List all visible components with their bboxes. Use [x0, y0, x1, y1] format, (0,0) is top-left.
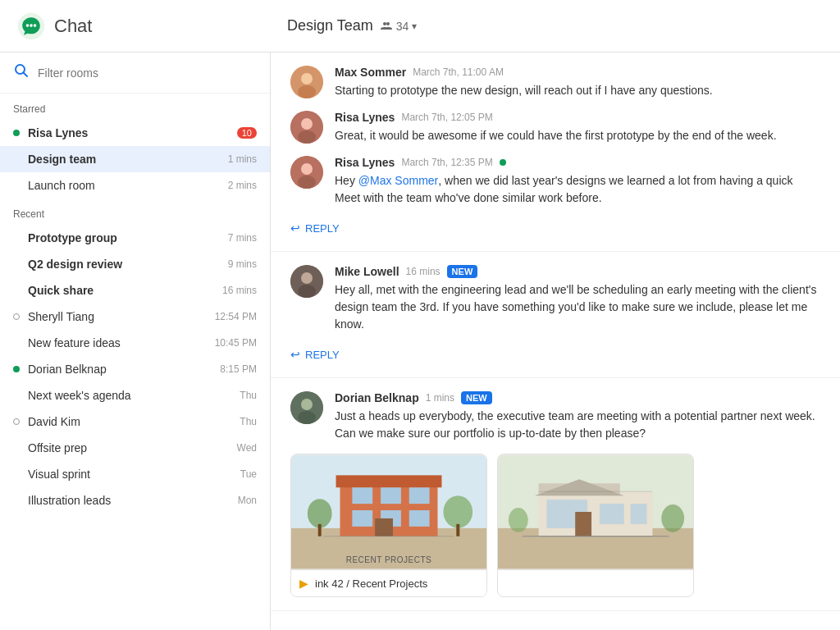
- svg-point-19: [301, 399, 313, 410]
- people-icon: [380, 20, 393, 33]
- dot-placeholder: [13, 235, 20, 241]
- message-author: Mike Lowell: [335, 265, 399, 278]
- svg-rect-28: [409, 487, 430, 504]
- app-header: Chat Design Team 34 ▾: [0, 0, 840, 52]
- sidebar-item-launch-room[interactable]: Launch room 2 mins: [0, 172, 270, 199]
- svg-point-20: [298, 411, 316, 424]
- sidebar-item-dorian-belknap[interactable]: Dorian Belknap 8:15 PM: [0, 356, 270, 382]
- svg-point-13: [301, 163, 313, 175]
- sidebar-item-offsite-prep[interactable]: Offsite prep Wed: [0, 435, 270, 461]
- sidebar-item-time: Thu: [240, 390, 257, 401]
- attachment-card-2[interactable]: [497, 454, 694, 597]
- message-header: Risa Lynes March 7th, 12:05 PM: [335, 111, 820, 124]
- sidebar-item-time: 7 mins: [228, 232, 257, 244]
- online-dot-risa: [13, 130, 20, 136]
- attachment-card-1[interactable]: RECENT PROJECTS ▶ ink 42 / Recent Projec…: [290, 454, 487, 597]
- sidebar-item-risa-lynes[interactable]: Risa Lynes 10: [0, 120, 270, 146]
- sidebar-item-name: Offsite prep: [28, 441, 231, 454]
- message-author: Risa Lynes: [335, 111, 395, 124]
- message-text: Just a heads up everybody, the executive…: [335, 408, 820, 442]
- sidebar-item-q2-design-review[interactable]: Q2 design review 9 mins: [0, 251, 270, 277]
- building-sketch-2: [498, 454, 693, 569]
- svg-rect-25: [336, 475, 442, 487]
- chat-area: Max Sommer March 7th, 11:00 AM Starting …: [271, 52, 840, 630]
- svg-rect-31: [409, 510, 430, 527]
- sidebar-item-new-feature-ideas[interactable]: New feature ideas 10:45 PM: [0, 330, 270, 356]
- message-thread-1: Max Sommer March 7th, 11:00 AM Starting …: [271, 52, 840, 252]
- online-indicator: [500, 159, 506, 166]
- new-badge: NEW: [461, 391, 492, 404]
- reply-button-1[interactable]: ↩ REPLY: [290, 218, 820, 238]
- svg-point-35: [443, 495, 472, 528]
- sidebar-item-name: Visual sprint: [28, 468, 234, 481]
- svg-rect-34: [318, 524, 322, 536]
- sidebar-item-design-team[interactable]: Design team 1 mins: [0, 146, 270, 172]
- sidebar-item-name: Illustration leads: [28, 494, 231, 507]
- sidebar-item-prototype-group[interactable]: Prototype group 7 mins: [0, 225, 270, 251]
- sidebar-item-visual-sprint[interactable]: Visual sprint Tue: [0, 461, 270, 487]
- sidebar-item-illustration-leads[interactable]: Illustration leads Mon: [0, 487, 270, 514]
- sidebar-item-name: Quick share: [28, 284, 216, 297]
- message-thread-2: Mike Lowell 16 mins NEW Hey all, met wit…: [271, 252, 840, 378]
- member-count-button[interactable]: 34 ▾: [380, 20, 418, 33]
- sidebar-item-quick-share[interactable]: Quick share 16 mins: [0, 277, 270, 304]
- attachment-label-1: RECENT PROJECTS: [291, 555, 486, 564]
- svg-point-1: [26, 24, 30, 27]
- svg-point-8: [298, 85, 316, 98]
- sidebar-item-time: 12:54 PM: [215, 311, 257, 322]
- reply-arrow-icon: ↩: [290, 348, 300, 361]
- message-time: March 7th, 11:00 AM: [413, 66, 504, 78]
- offline-dot-sheryll: [13, 313, 20, 320]
- sidebar-item-name: Prototype group: [28, 231, 221, 244]
- avatar-dorian-belknap: [290, 391, 323, 424]
- chevron-down-icon: ▾: [412, 21, 417, 32]
- sidebar-item-time: Tue: [240, 468, 257, 480]
- message-content-risa-2: Risa Lynes March 7th, 12:35 PM Hey @Max …: [335, 156, 820, 207]
- svg-rect-36: [456, 524, 459, 536]
- message-time: 16 mins: [406, 266, 441, 277]
- dot-placeholder: [13, 182, 20, 189]
- sidebar-item-name: New feature ideas: [28, 336, 208, 349]
- member-count-value: 34: [396, 20, 409, 33]
- mention: @Max Sommer: [358, 174, 438, 187]
- message-row: Mike Lowell 16 mins NEW Hey all, met wit…: [290, 265, 820, 333]
- dot-placeholder: [13, 497, 20, 504]
- svg-point-49: [509, 508, 528, 532]
- main-content: Starred Risa Lynes 10 Design team 1 mins…: [0, 52, 840, 630]
- chat-logo-icon: [16, 11, 46, 41]
- svg-point-17: [298, 285, 316, 298]
- svg-point-10: [301, 118, 313, 130]
- svg-point-33: [308, 499, 332, 528]
- svg-point-3: [34, 24, 37, 27]
- avatar-max-sommer: [290, 66, 323, 98]
- message-author: Max Sommer: [335, 66, 406, 79]
- logo-area: Chat: [16, 11, 287, 41]
- attachments-row: RECENT PROJECTS ▶ ink 42 / Recent Projec…: [290, 454, 820, 597]
- dot-placeholder: [13, 287, 20, 294]
- search-input[interactable]: [38, 66, 257, 80]
- message-content-dorian: Dorian Belknap 1 mins NEW Just a heads u…: [335, 391, 820, 442]
- attachment-file-icon: ▶: [299, 577, 308, 590]
- sidebar-item-next-weeks-agenda[interactable]: Next week's agenda Thu: [0, 382, 270, 409]
- sidebar-item-time: 9 mins: [228, 258, 257, 270]
- sidebar-item-david-kim[interactable]: David Kim Thu: [0, 409, 270, 435]
- reply-button-2[interactable]: ↩ REPLY: [290, 345, 820, 364]
- sidebar-item-name: Dorian Belknap: [28, 363, 213, 376]
- starred-section-label: Starred: [0, 94, 270, 120]
- sidebar-item-time: 1 mins: [228, 153, 257, 165]
- message-row: Dorian Belknap 1 mins NEW Just a heads u…: [290, 391, 820, 442]
- svg-rect-45: [600, 504, 624, 524]
- room-title: Design Team: [287, 17, 373, 34]
- dot-placeholder: [13, 340, 20, 346]
- svg-point-11: [298, 130, 316, 144]
- sidebar-item-sheryll-tiang[interactable]: Sheryll Tiang 12:54 PM: [0, 304, 270, 330]
- svg-rect-26: [352, 487, 372, 504]
- message-text: Hey @Max Sommer, when we did last year's…: [335, 172, 820, 207]
- message-header: Risa Lynes March 7th, 12:35 PM: [335, 156, 820, 169]
- message-header: Max Sommer March 7th, 11:00 AM: [335, 66, 820, 79]
- attachment-name: ink 42 / Recent Projects: [315, 578, 427, 590]
- message-text: Hey all, met with the engineering lead a…: [335, 281, 820, 333]
- attachment-image-1: RECENT PROJECTS: [291, 454, 486, 569]
- reply-label: REPLY: [305, 349, 340, 361]
- recent-section-label: Recent: [0, 199, 270, 225]
